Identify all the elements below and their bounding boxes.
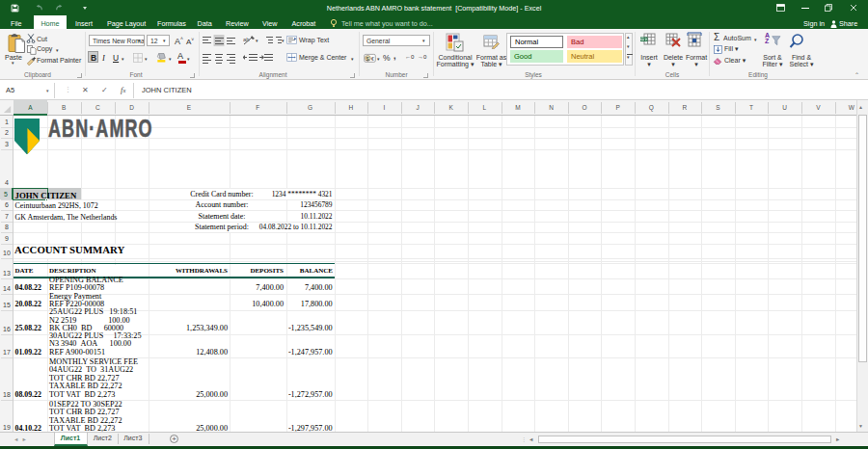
svg-text:€: € (371, 55, 374, 61)
svg-text:ab: ab (243, 37, 250, 42)
